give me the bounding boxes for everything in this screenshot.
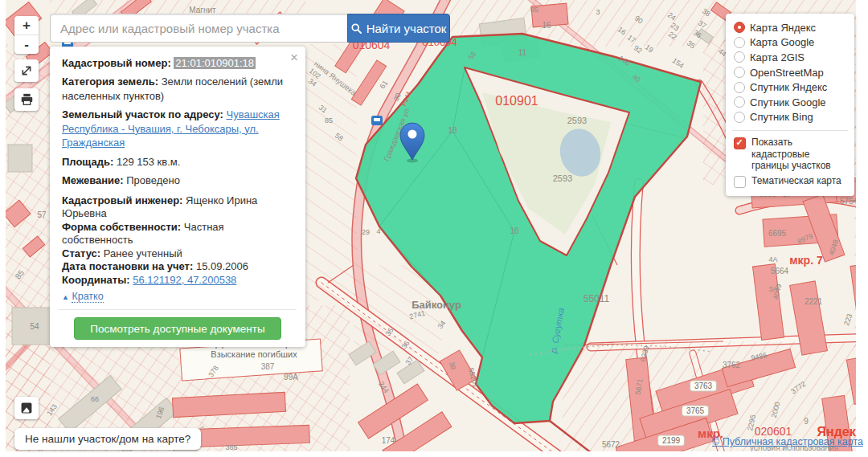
status-row: Статус: Ранее учтенный xyxy=(62,247,293,261)
cadastral-number-row: Кадастровый номер: 21:01:010901:18 xyxy=(62,56,293,70)
svg-text:85: 85 xyxy=(530,6,538,14)
panel-divider xyxy=(59,309,297,310)
fullscreen-button[interactable] xyxy=(14,59,39,82)
svg-text:Байконур: Байконур xyxy=(411,299,461,311)
engineer-row: Кадастровый инженер: Ященко Ирина Юрьевн… xyxy=(62,194,293,221)
svg-text:11: 11 xyxy=(518,48,527,57)
collapse-arrow-icon: ▲ xyxy=(62,293,69,301)
details-group: Кадастровый инженер: Ященко Ирина Юрьевн… xyxy=(62,194,293,288)
measure-icon xyxy=(20,402,33,414)
svg-text:2593: 2593 xyxy=(553,173,572,183)
land-category-row: Категория земель: Земли поселений (земли… xyxy=(62,75,293,103)
collapse-link[interactable]: Кратко xyxy=(72,291,103,303)
svg-text:4А: 4А xyxy=(768,255,777,263)
zoom-in-button[interactable]: + xyxy=(14,16,39,35)
svg-text:5664: 5664 xyxy=(771,267,789,275)
zoom-controls: + - xyxy=(14,16,39,54)
search-input[interactable]: Адрес или кадастровый номер участка xyxy=(50,14,347,43)
svg-text:387: 387 xyxy=(261,362,275,371)
svg-text:2199: 2199 xyxy=(662,436,681,445)
expand-icon xyxy=(20,64,33,77)
coordinates-row: Координаты: 56.121192, 47.200538 xyxy=(62,274,293,288)
area-row: Площадь: 129 153 кв.м. xyxy=(62,155,293,169)
parcel-info-panel: × Кадастровый номер: 21:01:010901:18 Кат… xyxy=(50,47,305,347)
svg-text:29: 29 xyxy=(362,228,370,236)
svg-text:010901: 010901 xyxy=(495,94,538,108)
svg-text:Взыскание погибших: Взыскание погибших xyxy=(211,349,297,359)
svg-text:16: 16 xyxy=(542,21,551,30)
svg-text:18: 18 xyxy=(510,226,519,235)
svg-text:3: 3 xyxy=(596,8,600,16)
radio-icon xyxy=(734,22,745,33)
svg-text:3763: 3763 xyxy=(694,382,713,390)
layer-option-google-satellite[interactable]: Спутник Google xyxy=(734,95,846,110)
radio-icon xyxy=(734,82,745,93)
svg-text:85: 85 xyxy=(325,116,333,124)
svg-text:6695: 6695 xyxy=(768,229,787,238)
copyright-link[interactable]: © Публичная кадастровая карта xyxy=(712,436,863,447)
svg-text:174: 174 xyxy=(382,436,395,445)
search-button[interactable]: Найти участок xyxy=(347,14,450,43)
print-button[interactable] xyxy=(14,88,39,111)
overlay-cadastral-borders[interactable]: Показать кадастровые границы участков xyxy=(734,137,846,172)
layer-option-yandex-map[interactable]: Карта Яндекс xyxy=(734,20,846,35)
svg-text:4: 4 xyxy=(376,227,380,235)
zoom-out-button[interactable]: - xyxy=(14,35,39,54)
svg-text:3762: 3762 xyxy=(723,361,741,369)
measure-area-button[interactable] xyxy=(14,397,39,419)
layers-divider xyxy=(732,130,848,131)
layer-option-osm[interactable]: OpenStreetMap xyxy=(734,65,846,80)
surveying-row: Межевание: Проведено xyxy=(62,173,293,187)
view-documents-button[interactable]: Посмотреть доступные документы xyxy=(74,317,281,340)
coordinates-link[interactable]: 56.121192, 47.200538 xyxy=(133,274,236,286)
search-icon xyxy=(351,23,362,34)
svg-text:2221: 2221 xyxy=(805,297,823,306)
layer-option-bing-satellite[interactable]: Спутник Bing xyxy=(734,110,846,125)
radio-icon xyxy=(734,67,745,78)
overlay-thematic-map[interactable]: Тематическая карта xyxy=(734,175,846,188)
collapse-row: ▲ Кратко xyxy=(62,291,293,302)
svg-text:66: 66 xyxy=(91,395,99,403)
close-icon[interactable]: × xyxy=(290,51,298,64)
layers-panel: Карта Яндекс Карта Google Карта 2GIS Ope… xyxy=(726,14,854,196)
radio-icon xyxy=(734,37,745,48)
layer-option-yandex-satellite[interactable]: Спутник Яндекс xyxy=(734,80,846,95)
layer-option-2gis-map[interactable]: Карта 2GIS xyxy=(734,50,846,65)
ownership-row: Форма собственности: Частная собственнос… xyxy=(62,221,293,247)
cadastral-number-value: 21:01:010901:18 xyxy=(174,57,256,69)
layer-option-google-map[interactable]: Карта Google xyxy=(734,35,846,51)
reg-date-row: Дата постановки на учет: 15.09.2006 xyxy=(62,260,293,274)
svg-text:9: 9 xyxy=(804,417,809,426)
svg-text:мкр. 7: мкр. 7 xyxy=(789,254,823,267)
checkbox-checked-icon xyxy=(734,137,746,149)
radio-icon xyxy=(734,112,745,123)
svg-text:5672: 5672 xyxy=(602,440,620,449)
address-row: Земельный участок по адресу: Чувашская Р… xyxy=(62,108,293,150)
not-found-button[interactable]: Не нашли участок/дом на карте? xyxy=(14,428,201,450)
svg-text:99А: 99А xyxy=(284,373,298,382)
svg-text:18: 18 xyxy=(448,126,457,135)
svg-text:5764: 5764 xyxy=(840,197,858,206)
svg-text:2593: 2593 xyxy=(567,116,587,125)
svg-text:54: 54 xyxy=(30,322,39,331)
svg-text:57: 57 xyxy=(37,210,47,219)
radio-icon xyxy=(734,51,745,63)
svg-text:3765: 3765 xyxy=(686,406,705,415)
checkbox-icon xyxy=(734,176,746,188)
svg-text:55011: 55011 xyxy=(583,293,610,304)
radio-icon xyxy=(734,96,745,108)
search-bar: Адрес или кадастровый номер участка Найт… xyxy=(50,14,450,43)
svg-text:385: 385 xyxy=(225,443,237,451)
search-button-label: Найти участок xyxy=(366,22,447,35)
printer-icon xyxy=(20,93,34,106)
